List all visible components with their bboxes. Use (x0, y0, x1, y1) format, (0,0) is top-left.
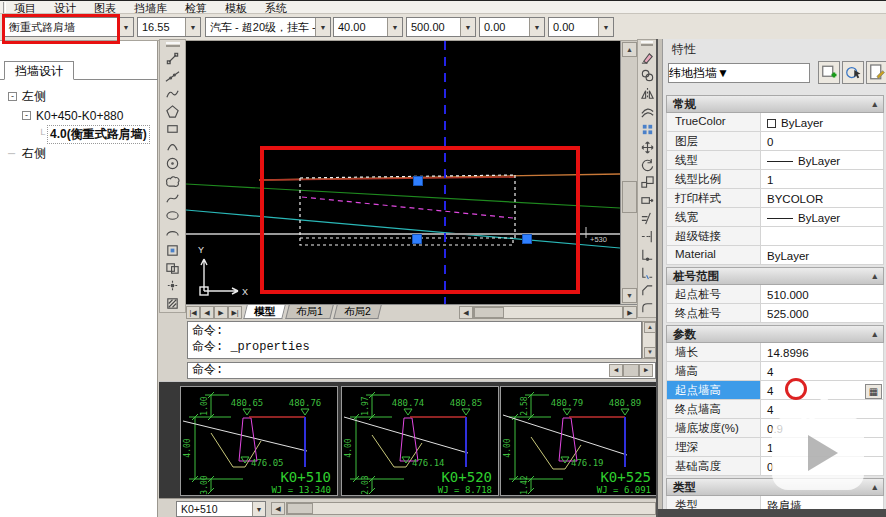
command-horizontal-scrollbar[interactable]: ◀ ▶ (609, 364, 653, 377)
point-icon[interactable] (163, 277, 183, 294)
menu-item-project[interactable]: 项目 (14, 1, 36, 14)
polygon-icon[interactable] (163, 102, 183, 119)
property-row-wall-length[interactable]: 墙长 14.8996 (666, 343, 884, 362)
scroll-up-icon[interactable]: ▲ (622, 42, 637, 57)
trim-icon[interactable] (638, 210, 656, 228)
tab-model[interactable]: 模型 (243, 305, 285, 319)
polyline-icon[interactable] (163, 85, 183, 102)
offset-icon[interactable] (638, 103, 656, 121)
break-at-point-icon[interactable] (638, 245, 656, 263)
toggle-pickadd-button[interactable] (818, 61, 840, 84)
chevron-down-icon[interactable]: ▼ (315, 18, 330, 36)
menu-item-template[interactable]: 模板 (225, 1, 247, 14)
scroll-right-icon[interactable]: ▶ (623, 306, 637, 319)
rectangle-icon[interactable] (163, 120, 183, 137)
property-row-end-station[interactable]: 终点桩号 525.000 (666, 304, 884, 323)
chevron-down-icon[interactable]: ▼ (717, 66, 733, 80)
canvas-horizontal-scrollbar[interactable] (473, 306, 623, 319)
preview-horizontal-scrollbar[interactable] (286, 502, 656, 515)
property-row-linetype-scale[interactable]: 线型比例 1 (666, 170, 884, 189)
command-scrollbar[interactable]: ▲ ▼ (642, 321, 656, 359)
menu-item-system[interactable]: 系统 (265, 1, 287, 14)
scrollbar-thumb[interactable] (287, 503, 313, 514)
grip-handle[interactable] (523, 235, 532, 244)
param3-combo[interactable]: 0.00 ▼ (479, 17, 545, 37)
grip-handle[interactable] (413, 235, 422, 244)
station-select-combo[interactable]: K0+510 ▼ (176, 501, 266, 517)
menu-item-check[interactable]: 检算 (185, 1, 207, 14)
property-row-hyperlink[interactable]: 超级链接 (666, 227, 884, 246)
scroll-down-icon[interactable]: ▼ (622, 288, 637, 303)
scroll-left-icon[interactable]: ◀ (271, 502, 285, 515)
quick-select-button[interactable] (866, 61, 886, 84)
make-block-icon[interactable] (163, 260, 183, 277)
property-row-lineweight[interactable]: 线宽 ByLayer (666, 208, 884, 227)
tree-node-left-side[interactable]: - 左侧 (8, 87, 150, 106)
mirror-icon[interactable] (638, 85, 656, 103)
section-header-general[interactable]: 常规▴ (666, 95, 884, 113)
scrollbar-thumb[interactable] (474, 307, 504, 318)
param1-combo[interactable]: 40.00 ▼ (333, 17, 403, 37)
spline-icon[interactable] (163, 190, 183, 207)
fillet-icon[interactable] (638, 299, 656, 317)
arc-icon[interactable] (163, 137, 183, 154)
preview-panel-k0+520[interactable]: 480.74 480.85 476.14 1.97 4.00 2.03 K0+5… (341, 386, 499, 496)
tree-node-right-side[interactable]: ─ 右侧 (8, 144, 150, 163)
circle-icon[interactable] (163, 155, 183, 172)
grip-handle[interactable] (414, 177, 423, 186)
scroll-right-icon[interactable]: ▶ (639, 364, 653, 377)
menu-item-wall-lib[interactable]: 挡墙库 (134, 1, 167, 14)
toolbar-grip[interactable] (641, 41, 653, 46)
object-type-combo[interactable]: 纬地挡墙 ▼ (668, 63, 810, 83)
property-row-linetype[interactable]: 线型 ByLayer (666, 151, 884, 170)
collapse-icon[interactable]: - (22, 111, 31, 120)
property-row-burial-depth[interactable]: 埋深 1 (666, 438, 884, 457)
property-row-foundation-height[interactable]: 基础高度 0 (666, 457, 884, 476)
array-icon[interactable] (638, 120, 656, 138)
section-header-type[interactable]: 类型▴ (666, 478, 884, 496)
collapse-icon[interactable]: - (8, 92, 17, 101)
chamfer-icon[interactable] (638, 281, 656, 299)
property-row-wall-height[interactable]: 墙高 4 (666, 362, 884, 381)
toolbar-grip[interactable] (166, 42, 180, 47)
property-row-layer[interactable]: 图层 0 (666, 132, 884, 151)
load-grade-combo[interactable]: 汽车 - 超20级，挂车 - 1 ▼ (205, 17, 331, 37)
tab-layout2[interactable]: 布局2 (333, 305, 381, 319)
next-tab-icon[interactable]: ▶ (214, 306, 228, 319)
command-input[interactable]: 命令: ◀ ▶ (187, 362, 656, 379)
scroll-down-icon[interactable]: ▼ (644, 347, 656, 358)
chevron-down-icon[interactable]: ▼ (118, 18, 133, 36)
chevron-down-icon[interactable]: ▼ (185, 18, 200, 36)
chevron-down-icon[interactable]: ▼ (252, 502, 265, 516)
line-icon[interactable] (163, 50, 183, 67)
chevron-down-icon[interactable]: ▼ (529, 18, 544, 36)
menu-item-design[interactable]: 设计 (54, 1, 76, 14)
break-icon[interactable] (638, 263, 656, 281)
scroll-left-icon[interactable]: ◀ (609, 364, 623, 377)
construction-line-icon[interactable] (163, 67, 183, 84)
chevron-down-icon[interactable]: ▼ (598, 18, 613, 36)
move-icon[interactable] (638, 138, 656, 156)
property-row-end-wall-height[interactable]: 终点墙高 4 (666, 400, 884, 419)
first-tab-icon[interactable]: |◀ (186, 306, 200, 319)
height-combo[interactable]: 16.55 ▼ (137, 17, 201, 37)
prev-tab-icon[interactable]: ◀ (200, 306, 214, 319)
tree-node-station-range[interactable]: - K0+450-K0+880 (8, 106, 150, 125)
tree-node-wall-item[interactable]: └ 4.0(衡重式路肩墙) (8, 125, 150, 144)
insert-block-icon[interactable] (163, 242, 183, 259)
canvas-vertical-scrollbar[interactable]: ▲ ▼ (620, 41, 637, 304)
chevron-down-icon[interactable]: ▼ (387, 18, 402, 36)
copy-icon[interactable] (638, 67, 656, 85)
chevron-down-icon[interactable]: ▼ (460, 18, 475, 36)
palette-grip[interactable] (658, 39, 663, 517)
scroll-up-icon[interactable]: ▲ (644, 322, 656, 333)
ellipse-arc-icon[interactable] (163, 225, 183, 242)
rotate-icon[interactable] (638, 156, 656, 174)
property-row-start-wall-height[interactable]: 起点墙高 4 ▦ (666, 381, 884, 400)
property-row-material[interactable]: Material ByLayer (666, 246, 884, 265)
preview-panel-k0+525[interactable]: 480.79 480.89 476.19 2.58 4.00 1.42 K0+5… (500, 386, 662, 496)
scale-icon[interactable] (638, 174, 656, 192)
tab-layout1[interactable]: 布局1 (285, 305, 333, 319)
last-tab-icon[interactable]: ▶| (228, 306, 242, 319)
select-objects-button[interactable] (842, 61, 864, 84)
